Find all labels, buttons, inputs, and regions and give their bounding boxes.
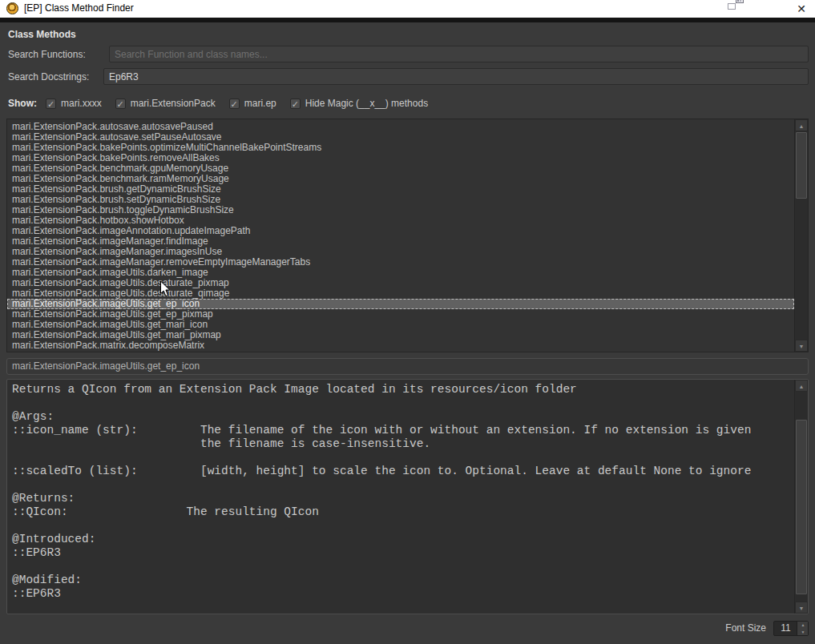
search-functions-label: Search Functions: [8, 49, 86, 60]
footer: Font Size 11 ▲ ▼ [725, 620, 809, 636]
spin-up-button[interactable]: ▲ [797, 622, 809, 628]
docstring-scrollbar[interactable]: ▲ ▼ [794, 380, 808, 614]
checkbox-label: Hide Magic (__x__) methods [305, 98, 428, 109]
checkbox-checked-icon[interactable]: ✓ [46, 99, 56, 109]
scroll-up-icon: ▲ [799, 123, 805, 129]
app-window: [EP] Class Method Finder ✕ Class Methods… [0, 0, 815, 644]
checkbox-label: mari.ExtensionPack [131, 98, 216, 109]
search-functions-input[interactable] [109, 46, 809, 62]
docstring-text: Returns a QIcon from an Extension Pack I… [7, 380, 794, 601]
checkbox-mari-xxxx[interactable]: ✓ mari.xxxx [46, 98, 102, 109]
font-size-label: Font Size [725, 622, 766, 634]
filter-row: Show: ✓ mari.xxxx ✓ mari.ExtensionPack ✓… [8, 97, 442, 110]
spin-down-icon: ▼ [801, 630, 805, 634]
checkbox-checked-icon[interactable]: ✓ [290, 99, 301, 109]
checkbox-mari-ep[interactable]: ✓ mari.ep [229, 98, 276, 109]
checkbox-hide-magic-methods[interactable]: ✓ Hide Magic (__x__) methods [290, 98, 428, 109]
titlebar-separator [0, 18, 815, 22]
scroll-up-icon: ▲ [799, 384, 805, 389]
font-size-spinner[interactable]: 11 ▲ ▼ [773, 621, 809, 636]
method-list[interactable]: mari.ExtensionPack.autosave.autosavePaus… [6, 119, 809, 352]
docstring-viewer[interactable]: Returns a QIcon from an Extension Pack I… [6, 379, 809, 614]
close-button[interactable]: ✕ [793, 1, 810, 17]
search-docstrings-label: Search Docstrings: [8, 71, 89, 83]
spin-down-button[interactable]: ▼ [797, 629, 809, 635]
method-list-item[interactable]: mari.ExtensionPack.matrix.decomposeMatri… [7, 351, 794, 352]
app-icon [6, 2, 18, 14]
scroll-down-icon: ▼ [799, 344, 805, 349]
font-size-value[interactable]: 11 [774, 622, 797, 635]
titlebar[interactable]: [EP] Class Method Finder ✕ [0, 0, 815, 18]
scroll-down-icon: ▼ [799, 606, 805, 611]
checkbox-mari-extensionpack[interactable]: ✓ mari.ExtensionPack [115, 98, 216, 109]
show-label: Show: [8, 98, 37, 109]
checkbox-label: mari.ep [244, 98, 276, 109]
spin-up-icon: ▲ [801, 622, 805, 627]
section-title: Class Methods [8, 29, 76, 40]
spinner-buttons: ▲ ▼ [797, 622, 808, 635]
method-list-scrollbar[interactable]: ▲ ▼ [794, 119, 808, 352]
scrollbar-thumb[interactable] [796, 420, 807, 594]
selected-method-field[interactable]: mari.ExtensionPack.imageUtils.get_ep_ico… [6, 358, 809, 375]
scroll-down-button[interactable]: ▼ [795, 602, 808, 614]
close-icon: ✕ [797, 2, 806, 15]
window-title: [EP] Class Method Finder [24, 2, 134, 14]
checkbox-checked-icon[interactable]: ✓ [229, 99, 240, 109]
scroll-up-button[interactable]: ▲ [795, 119, 808, 131]
dock-window-button[interactable] [736, 3, 753, 14]
method-list-rows: mari.ExtensionPack.autosave.autosavePaus… [7, 119, 794, 352]
scroll-up-button[interactable]: ▲ [795, 380, 808, 392]
scrollbar-thumb[interactable] [796, 132, 807, 199]
search-docstrings-input[interactable] [103, 68, 809, 85]
checkbox-label: mari.xxxx [61, 98, 102, 109]
checkbox-checked-icon[interactable]: ✓ [115, 99, 126, 109]
scroll-down-button[interactable]: ▼ [795, 340, 808, 352]
